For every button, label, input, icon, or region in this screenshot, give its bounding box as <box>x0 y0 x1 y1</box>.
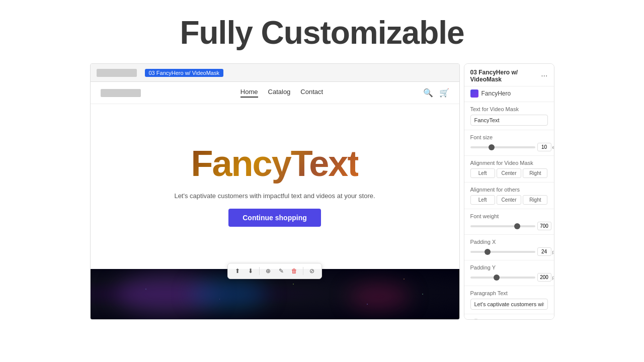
alignment-video-mask-center[interactable]: Center <box>497 168 521 178</box>
paragraph-text-input[interactable] <box>470 299 548 310</box>
paragraph-text-label: Paragraph Text <box>470 290 548 296</box>
delete-icon[interactable]: 🗑 <box>289 265 300 277</box>
paragraph-text-section: Paragraph Text <box>464 286 554 314</box>
alignment-others-group: Left Center Right <box>470 195 548 205</box>
alignment-video-mask-section: Alignment for Video Mask Left Center Rig… <box>464 156 554 183</box>
padding-x-slider-row: 24 px <box>470 247 548 256</box>
drag-icon[interactable]: ⊘ <box>306 265 317 277</box>
alignment-video-mask-right[interactable]: Right <box>523 168 547 178</box>
panel-more-button[interactable]: ··· <box>541 71 547 80</box>
paragraph-color-info: Paragraph Color #333333 <box>486 318 526 320</box>
alignment-video-mask-group: Left Center Right <box>470 168 548 178</box>
padding-x-number: 24 <box>537 247 551 256</box>
padding-x-slider[interactable] <box>470 251 535 253</box>
text-for-video-mask-section: Text for Video Mask <box>464 102 554 130</box>
font-weight-slider-row: 700 <box>470 222 548 230</box>
right-panel: 03 FancyHero w/ VideoMask ··· FancyHero … <box>464 63 554 320</box>
text-for-video-mask-label: Text for Video Mask <box>470 106 548 112</box>
font-weight-value: 700 <box>537 222 551 230</box>
store-logo <box>101 89 141 97</box>
padding-y-slider-row: 200 px <box>470 273 548 282</box>
padding-y-section: Padding Y 200 px <box>464 260 554 286</box>
padding-x-section: Padding X 24 px <box>464 235 554 260</box>
padding-x-value: 24 px <box>537 247 554 256</box>
hero-section: FancyText Let's captivate customers with… <box>91 104 459 255</box>
brand-name: FancyHero <box>481 90 511 97</box>
font-weight-label: Font weight <box>470 213 548 219</box>
move-down-icon[interactable]: ⬇ <box>245 265 256 277</box>
link-icon[interactable]: ⊕ <box>263 265 274 277</box>
alignment-others-section: Alignment for others Left Center Right <box>464 183 554 209</box>
main-area: 03 FancyHero w/ VideoMask Home Catalog C… <box>0 63 644 362</box>
font-size-label: Font size <box>470 134 548 140</box>
store-nav-links: Home Catalog Contact <box>240 88 323 98</box>
nebula-2 <box>191 279 267 309</box>
panel-title: 03 FancyHero w/ VideoMask <box>470 69 541 83</box>
paragraph-color-row: Paragraph Color #333333 ⧉ <box>470 318 548 320</box>
nav-link-contact[interactable]: Contact <box>300 88 323 98</box>
store-nav: Home Catalog Contact 🔍 🛒 <box>91 82 459 104</box>
padding-y-unit: px <box>552 275 554 280</box>
padding-x-label: Padding X <box>470 239 548 245</box>
preview-toolbar: ⬆ ⬇ ⊕ ✎ 🗑 ⊘ <box>227 263 322 279</box>
font-size-section: Font size 10 em <box>464 130 554 156</box>
alignment-video-mask-left[interactable]: Left <box>470 168 495 178</box>
padding-y-value: 200 px <box>537 273 554 282</box>
panel-brand: FancyHero <box>464 86 554 102</box>
edit-icon[interactable]: ✎ <box>276 265 287 277</box>
padding-y-number: 200 <box>537 273 551 282</box>
font-weight-number: 700 <box>537 222 551 230</box>
alignment-others-left[interactable]: Left <box>470 195 495 205</box>
continue-shopping-button[interactable]: Continue shopping <box>228 209 321 227</box>
hero-paragraph: Let's captivate customers with impactful… <box>174 192 375 200</box>
font-size-number: 10 <box>537 143 551 151</box>
font-weight-slider[interactable] <box>470 225 535 227</box>
toolbar-divider-2 <box>303 267 303 275</box>
panel-header: 03 FancyHero w/ VideoMask ··· <box>464 64 554 86</box>
move-up-icon[interactable]: ⬆ <box>232 265 243 277</box>
cart-icon[interactable]: 🛒 <box>439 88 449 98</box>
toolbar-divider <box>259 267 260 275</box>
browser-logo-placeholder <box>97 69 137 77</box>
search-icon[interactable]: 🔍 <box>423 88 433 98</box>
store-nav-icons: 🔍 🛒 <box>423 88 449 98</box>
padding-x-unit: px <box>552 249 554 254</box>
text-for-video-mask-input[interactable] <box>470 115 548 126</box>
alignment-others-right[interactable]: Right <box>523 195 547 205</box>
font-size-unit: em <box>552 145 554 150</box>
page-title: Fully Customizable <box>180 14 464 51</box>
alignment-others-label: Alignment for others <box>470 187 548 193</box>
nebula-3 <box>349 284 409 309</box>
nav-link-catalog[interactable]: Catalog <box>268 88 291 98</box>
nav-link-home[interactable]: Home <box>240 88 258 98</box>
preview-panel: 03 FancyHero w/ VideoMask Home Catalog C… <box>90 63 460 320</box>
font-size-value: 10 em <box>537 143 554 151</box>
browser-chrome: 03 FancyHero w/ VideoMask <box>91 64 459 82</box>
brand-icon <box>470 89 478 98</box>
fancy-text-heading: FancyText <box>191 143 359 184</box>
alignment-video-mask-label: Alignment for Video Mask <box>470 160 548 166</box>
paragraph-color-section: Paragraph Color #333333 ⧉ <box>464 314 554 320</box>
browser-tab[interactable]: 03 FancyHero w/ VideoMask <box>145 69 223 77</box>
paragraph-color-label: Paragraph Color <box>486 318 526 320</box>
font-size-slider[interactable] <box>470 146 535 148</box>
paragraph-color-swatch[interactable] <box>470 319 481 320</box>
font-size-slider-row: 10 em <box>470 143 548 151</box>
padding-y-label: Padding Y <box>470 264 548 270</box>
alignment-others-center[interactable]: Center <box>497 195 521 205</box>
padding-y-slider[interactable] <box>470 277 535 279</box>
font-weight-section: Font weight 700 <box>464 209 554 235</box>
